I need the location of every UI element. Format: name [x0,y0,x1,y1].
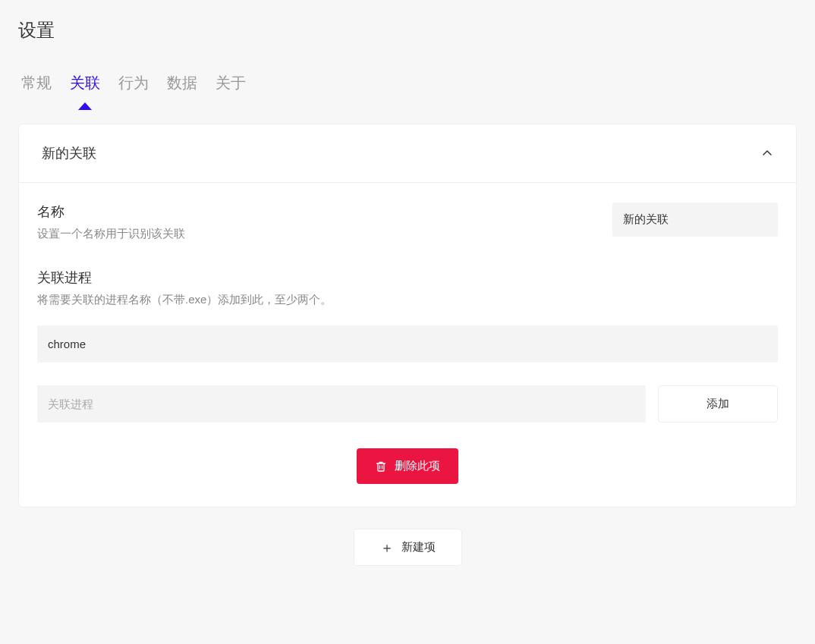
name-field-label: 名称 [37,203,612,221]
tab-data[interactable]: 数据 [167,73,197,99]
name-field-row: 名称 设置一个名称用于识别该关联 [37,203,778,241]
add-process-input[interactable] [37,385,646,423]
process-item[interactable]: chrome [37,325,778,363]
name-field-desc: 设置一个名称用于识别该关联 [37,227,612,241]
name-input[interactable] [612,203,778,237]
tab-about[interactable]: 关于 [216,73,246,99]
chevron-up-icon [761,147,773,159]
plus-icon: ＋ [380,541,394,554]
assoc-panel: 新的关联 名称 设置一个名称用于识别该关联 关联进程 将需要关联的进程名称（不带… [18,124,797,507]
add-process-row: 添加 [37,385,778,423]
add-button-label: 添加 [706,397,729,411]
page-title: 设置 [18,18,797,42]
process-field-label: 关联进程 [37,269,778,287]
delete-row: 删除此项 [37,448,778,484]
trash-icon [375,460,387,473]
delete-button-label: 删除此项 [395,459,440,473]
process-list: chrome [37,325,778,363]
tabs: 常规 关联 行为 数据 关于 [18,73,797,99]
tab-general[interactable]: 常规 [21,73,52,99]
process-field-block: 关联进程 将需要关联的进程名称（不带.exe）添加到此，至少两个。 chrome… [37,269,778,423]
panel-header[interactable]: 新的关联 [19,124,796,183]
new-item-button[interactable]: ＋ 新建项 [354,529,462,566]
name-field-label-block: 名称 设置一个名称用于识别该关联 [37,203,612,241]
panel-header-title: 新的关联 [42,144,96,162]
new-item-row: ＋ 新建项 [18,529,797,566]
panel-body: 名称 设置一个名称用于识别该关联 关联进程 将需要关联的进程名称（不带.exe）… [19,183,796,507]
delete-item-button[interactable]: 删除此项 [357,448,458,484]
add-process-button[interactable]: 添加 [658,385,778,423]
new-item-label: 新建项 [401,540,436,554]
process-field-desc: 将需要关联的进程名称（不带.exe）添加到此，至少两个。 [37,293,778,307]
tab-assoc[interactable]: 关联 [70,73,100,99]
tab-behavior[interactable]: 行为 [118,73,149,99]
